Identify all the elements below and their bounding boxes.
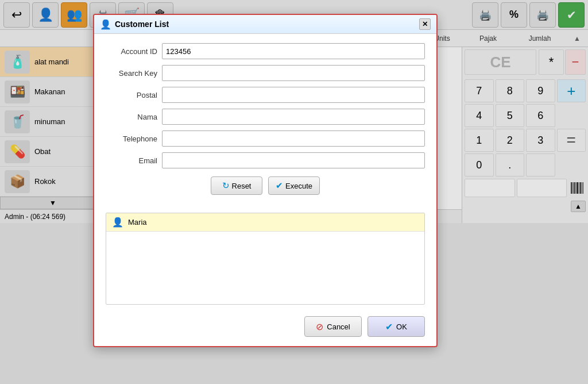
label-postal: Postal bbox=[106, 91, 157, 99]
customer-list-area: 👤 Maria bbox=[106, 213, 425, 305]
modal-title-left: 👤 Customer List bbox=[100, 19, 169, 30]
label-search-key: Search Key bbox=[106, 69, 157, 78]
modal-title-icon: 👤 bbox=[100, 19, 111, 30]
form-row-search-key: Search Key bbox=[106, 65, 425, 81]
ok-icon: ✔ bbox=[385, 321, 393, 332]
form-row-telephone: Telephone bbox=[106, 130, 425, 147]
label-account-id: Account ID bbox=[106, 47, 157, 56]
execute-button[interactable]: ✔ Execute bbox=[268, 176, 320, 195]
modal-body: Account ID Search Key Postal Nama Teleph… bbox=[94, 34, 436, 213]
reset-button[interactable]: ↻ Reset bbox=[211, 176, 262, 195]
label-nama: Nama bbox=[106, 113, 157, 121]
input-nama[interactable] bbox=[162, 109, 425, 125]
input-postal[interactable] bbox=[162, 87, 425, 103]
form-row-postal: Postal bbox=[106, 87, 425, 103]
customer-list-modal: 👤 Customer List ✕ Account ID Search Key … bbox=[93, 14, 438, 347]
customer-name-maria: Maria bbox=[128, 218, 147, 226]
input-search-key[interactable] bbox=[162, 65, 425, 81]
modal-footer: ⊘ Cancel ✔ OK bbox=[94, 310, 436, 346]
cancel-button[interactable]: ⊘ Cancel bbox=[304, 316, 362, 337]
ok-label: OK bbox=[396, 322, 407, 331]
input-email[interactable] bbox=[162, 152, 425, 168]
cancel-icon: ⊘ bbox=[316, 321, 323, 332]
reset-icon: ↻ bbox=[222, 181, 230, 191]
modal-overlay: 👤 Customer List ✕ Account ID Search Key … bbox=[0, 0, 588, 384]
label-email: Email bbox=[106, 156, 157, 165]
label-telephone: Telephone bbox=[106, 135, 157, 143]
modal-action-buttons: ↻ Reset ✔ Execute bbox=[106, 176, 425, 195]
customer-avatar-icon: 👤 bbox=[112, 217, 123, 228]
form-row-email: Email bbox=[106, 152, 425, 168]
form-row-account-id: Account ID bbox=[106, 43, 425, 59]
reset-label: Reset bbox=[232, 182, 252, 190]
modal-title-text: Customer List bbox=[115, 20, 169, 29]
modal-close-button[interactable]: ✕ bbox=[419, 18, 431, 30]
customer-item-maria[interactable]: 👤 Maria bbox=[106, 213, 424, 232]
form-row-nama: Nama bbox=[106, 109, 425, 125]
ok-button[interactable]: ✔ OK bbox=[368, 316, 425, 337]
modal-title-bar: 👤 Customer List ✕ bbox=[94, 15, 436, 34]
cancel-label: Cancel bbox=[327, 322, 350, 331]
execute-label: Execute bbox=[285, 182, 312, 190]
execute-icon: ✔ bbox=[276, 181, 283, 191]
input-telephone[interactable] bbox=[162, 130, 425, 147]
input-account-id[interactable] bbox=[162, 43, 425, 59]
